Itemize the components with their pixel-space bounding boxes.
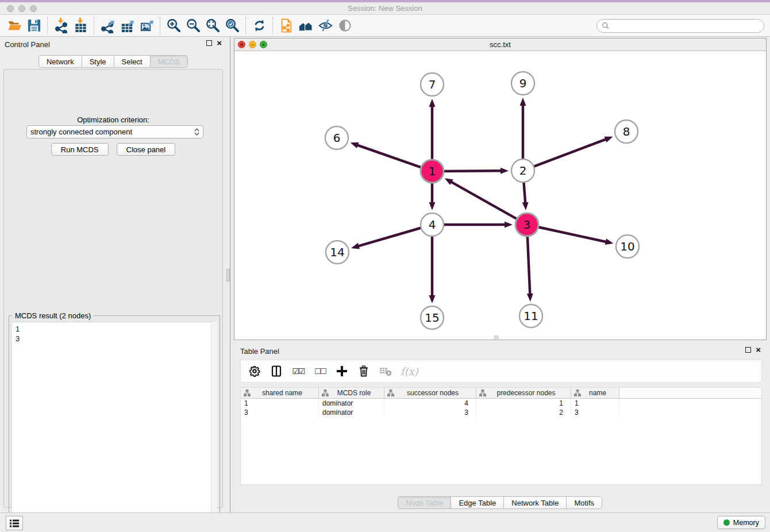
zoom-in-icon[interactable] (164, 17, 183, 34)
divider-handle[interactable] (226, 269, 230, 282)
memory-button[interactable]: Memory (717, 516, 765, 529)
run-mcds-button[interactable]: Run MCDS (51, 143, 109, 156)
column-type-icon (322, 390, 329, 396)
graph-node-9[interactable]: 9 (511, 72, 534, 95)
table-cell[interactable]: 1 (241, 399, 319, 408)
table-cell[interactable]: dominator (319, 408, 384, 417)
tab-network-table[interactable]: Network Table (503, 496, 566, 509)
table-panel-float-icon[interactable] (745, 347, 751, 353)
table-cell[interactable]: 1 (476, 399, 571, 408)
table-row[interactable]: 3dominator323 (241, 408, 761, 417)
table-cell[interactable]: 1 (571, 399, 619, 408)
table-panel: Table Panel × ☑☑ ☐☐ f(x) (233, 341, 767, 510)
import-network-icon[interactable] (51, 17, 71, 34)
graph-node-10[interactable]: 10 (616, 235, 639, 258)
birdseye-view-icon[interactable] (335, 17, 355, 34)
memory-status-icon (723, 519, 730, 526)
import-table-icon[interactable] (71, 17, 90, 34)
graph-node-7[interactable]: 7 (421, 73, 444, 96)
panel-divider[interactable] (226, 37, 233, 512)
toolbar-separator (272, 17, 273, 34)
show-all-networks-icon[interactable] (296, 17, 315, 34)
function-builder-icon: f(x) (401, 363, 418, 379)
deselect-all-icon[interactable]: ☐☐ (313, 363, 327, 379)
export-network-icon[interactable] (98, 17, 117, 34)
control-panel-float-icon[interactable] (206, 40, 212, 46)
control-panel-title: Control Panel (5, 40, 50, 49)
main-toolbar-icons (5, 17, 355, 34)
svg-text:10: 10 (620, 240, 634, 253)
graph-node-15[interactable]: 15 (421, 306, 444, 329)
table-cell[interactable]: 2 (476, 408, 571, 417)
refresh-layout-icon[interactable] (249, 17, 269, 34)
select-all-icon[interactable]: ☑☑ (291, 363, 305, 379)
list-icon (9, 519, 20, 528)
criterion-dropdown[interactable]: strongly connected component (26, 125, 203, 138)
graph-node-3[interactable]: 3 (515, 213, 538, 236)
svg-text:15: 15 (425, 311, 439, 325)
tab-edge-table[interactable]: Edge Table (451, 496, 503, 509)
table-cell[interactable]: 3 (384, 408, 476, 417)
graph-node-11[interactable]: 11 (519, 304, 542, 327)
control-panel-close-icon[interactable]: × (217, 40, 222, 46)
zoom-fit-icon[interactable] (203, 17, 222, 34)
tab-motifs[interactable]: Motifs (566, 496, 602, 509)
tab-mcds[interactable]: MCDS (150, 55, 188, 68)
memory-label: Memory (733, 519, 759, 527)
tab-style[interactable]: Style (82, 55, 114, 68)
zoom-out-icon[interactable] (183, 17, 203, 34)
table-cell[interactable]: 4 (384, 399, 476, 408)
graph-node-4[interactable]: 4 (421, 213, 444, 236)
settings-gear-icon[interactable] (248, 363, 261, 379)
table-panel-close-icon[interactable]: × (756, 347, 761, 353)
column-header-predecessor-nodes[interactable]: predecessor nodes (476, 388, 571, 398)
network-from-file-icon[interactable] (276, 17, 296, 34)
graph-node-8[interactable]: 8 (615, 120, 638, 143)
table-cell[interactable]: dominator (319, 399, 384, 408)
svg-text:11: 11 (523, 309, 538, 323)
add-column-icon[interactable] (335, 363, 349, 379)
tab-node-table[interactable]: Node Table (398, 496, 451, 509)
column-type-icon (479, 390, 486, 396)
column-header-name[interactable]: name (571, 388, 619, 398)
export-image-icon[interactable] (137, 17, 156, 34)
column-header-shared-name[interactable]: shared name (241, 388, 319, 398)
task-history-button[interactable] (6, 516, 23, 530)
export-table-icon[interactable] (117, 17, 137, 34)
show-columns-icon[interactable] (270, 363, 283, 379)
dropdown-stepper-icon (194, 128, 199, 136)
svg-text:8: 8 (623, 125, 630, 138)
column-header-MCDS-role[interactable]: MCDS role (319, 388, 384, 398)
network-window-title: scc.txt (234, 40, 766, 49)
search-box[interactable] (596, 19, 764, 33)
graph-node-2[interactable]: 2 (511, 159, 534, 182)
graph-node-14[interactable]: 14 (326, 241, 349, 264)
search-input[interactable] (610, 20, 764, 32)
zoom-selected-icon[interactable] (222, 17, 242, 34)
mcds-result-scrollbar[interactable] (211, 322, 217, 530)
column-header-successor-nodes[interactable]: successor nodes (384, 388, 476, 398)
graph-node-1[interactable]: 1 (421, 160, 444, 183)
tab-network[interactable]: Network (38, 55, 82, 68)
mcds-result-textarea[interactable]: 1 3 (11, 322, 217, 530)
table-row[interactable]: 1dominator411 (241, 399, 761, 408)
open-file-icon[interactable] (5, 17, 24, 34)
delete-column-icon[interactable] (357, 363, 371, 379)
tab-select[interactable]: Select (114, 55, 150, 68)
network-resize-handle[interactable] (494, 336, 498, 339)
table-panel-title: Table Panel (240, 347, 279, 356)
mcds-result-group: MCDS result (2 nodes) 1 3 (9, 315, 220, 532)
hide-graphics-details-icon[interactable] (315, 17, 335, 34)
network-graph[interactable]: 7968124314101511 (234, 51, 766, 340)
graph-node-6[interactable]: 6 (325, 126, 348, 149)
network-window-titlebar[interactable]: ✕ − + scc.txt (234, 38, 766, 51)
table-cell[interactable]: 3 (241, 408, 319, 417)
save-session-icon[interactable] (24, 17, 44, 34)
window-title: Session: New Session (0, 4, 770, 13)
table-cell[interactable]: 3 (571, 408, 619, 417)
svg-text:1: 1 (429, 164, 436, 178)
node-table-rows: 1dominator4113dominator323 (241, 399, 761, 417)
close-panel-button[interactable]: Close panel (117, 143, 176, 156)
network-canvas[interactable]: 7968124314101511 (234, 51, 766, 340)
table-toolbar: ☑☑ ☐☐ f(x) (240, 360, 762, 383)
